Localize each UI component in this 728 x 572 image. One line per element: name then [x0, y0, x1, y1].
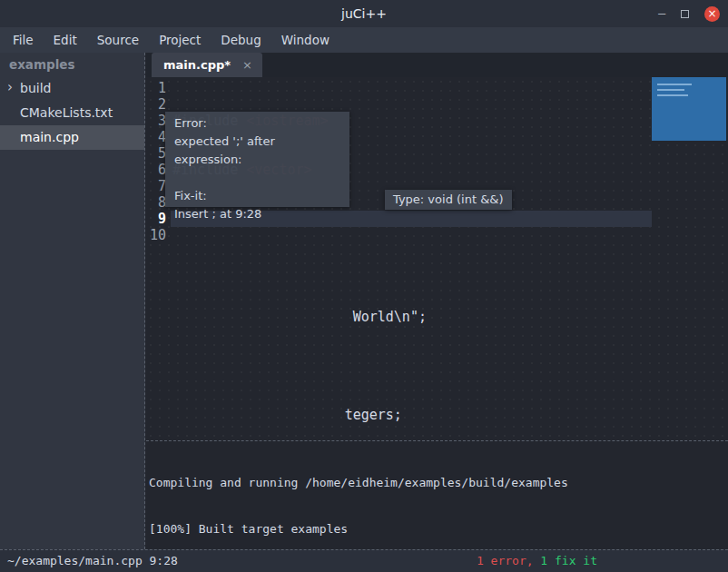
line-number: 10: [146, 227, 171, 243]
type-tooltip-text: Type: void (int &&): [393, 192, 504, 206]
type-tooltip: Type: void (int &&): [385, 190, 512, 210]
code-fragment: tegers;: [345, 407, 402, 423]
chevron-right-icon[interactable]: ›: [7, 75, 13, 100]
tree-item-label: build: [20, 81, 51, 95]
file-location-status: ~/examples/main.cpp 9:28: [7, 550, 178, 571]
minimize-icon: ─: [658, 7, 665, 21]
menu-window[interactable]: Window: [274, 29, 337, 51]
tab-close-icon[interactable]: ×: [242, 58, 252, 72]
menu-debug[interactable]: Debug: [213, 29, 268, 51]
maximize-icon: [681, 10, 689, 18]
menu-file[interactable]: File: [5, 29, 41, 51]
error-tooltip-message: expected ';' after expression:: [174, 133, 340, 169]
line-number: 1: [146, 80, 171, 96]
error-count: 1 error,: [477, 554, 534, 567]
project-root-label: examples: [0, 53, 144, 76]
tab-main-cpp[interactable]: main.cpp* ×: [152, 53, 262, 77]
tab-label: main.cpp*: [163, 58, 231, 72]
menubar: File Edit Source Project Debug Window: [0, 27, 728, 53]
code-line-6: [172, 358, 427, 374]
titlebar[interactable]: juCi++ ─ ×: [0, 0, 728, 27]
error-tooltip-title: Error:: [174, 114, 340, 133]
window-controls: ─ ×: [658, 0, 720, 27]
menu-edit[interactable]: Edit: [46, 29, 84, 51]
window-title: juCi++: [0, 0, 728, 27]
minimap-code-line: [657, 89, 684, 91]
minimap-code-line: [657, 94, 688, 96]
menu-project[interactable]: Project: [152, 29, 208, 51]
diagnostics-status: 1 error, 1 fix it: [477, 550, 597, 571]
tabbar: main.cpp* ×: [146, 53, 728, 77]
terminal-output[interactable]: Compiling and running /home/eidheim/exam…: [146, 440, 728, 549]
maximize-button[interactable]: [681, 8, 689, 20]
terminal-line: [100%] Built target examples: [149, 521, 728, 537]
fixit-title: Fix-it:: [174, 187, 340, 205]
tree-item-build[interactable]: › build: [0, 76, 144, 101]
code-fragment: World\n";: [353, 309, 427, 325]
statusbar: ~/examples/main.cpp 9:28 1 error, 1 fix …: [0, 549, 728, 572]
menu-source[interactable]: Source: [90, 29, 146, 51]
tree-item-cmakelists[interactable]: CMakeLists.txt: [0, 101, 144, 125]
code-editor[interactable]: 1 2 3 4 5 6 7 8 9 10 #include <iostream>…: [146, 77, 728, 440]
close-icon: ×: [707, 8, 716, 19]
juci-window: juCi++ ─ × File Edit Source Project Debu…: [0, 0, 728, 572]
fixit-count: 1 fix it: [534, 554, 597, 567]
tree-item-label: CMakeLists.txt: [20, 105, 113, 120]
tree-item-main-cpp[interactable]: main.cpp: [0, 125, 144, 150]
close-button[interactable]: ×: [704, 6, 720, 22]
line-number-current: 9: [146, 211, 171, 227]
code-line-7: tegers;: [172, 407, 427, 423]
file-tree-panel: examples › build CMakeLists.txt main.cpp: [0, 53, 145, 549]
fixit-message: Insert ; at 9:28: [174, 205, 340, 223]
minimize-button[interactable]: ─: [658, 8, 665, 20]
minimap[interactable]: [652, 77, 726, 141]
line-number: 2: [146, 96, 171, 113]
code-line-5: World\n";: [172, 309, 427, 325]
terminal-line: Compiling and running /home/eidheim/exam…: [149, 475, 728, 490]
error-tooltip: Error: expected ';' after expression: Fi…: [165, 112, 349, 207]
code-line-4: [172, 260, 427, 276]
tree-item-label: main.cpp: [20, 130, 79, 144]
minimap-code-line: [657, 84, 692, 85]
